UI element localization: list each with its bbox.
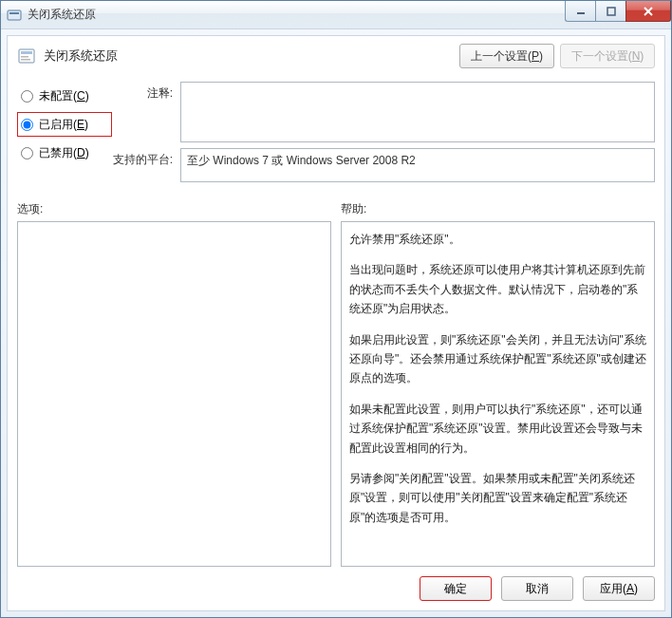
platform-label: 支持的平台: (112, 148, 180, 168)
window-controls (565, 1, 671, 22)
radio-disabled-input[interactable] (21, 147, 33, 159)
next-setting-button[interactable]: 下一个设置(N) (560, 44, 655, 68)
help-box[interactable]: 允许禁用"系统还原"。当出现问题时，系统还原可以使用户将其计算机还原到先前的状态… (341, 221, 655, 567)
radio-disabled-label[interactable]: 已禁用(D) (39, 145, 89, 161)
help-paragraph: 另请参阅"关闭配置"设置。如果禁用或未配置"关闭系统还原"设置，则可以使用"关闭… (349, 469, 646, 527)
close-button[interactable] (625, 1, 671, 22)
options-box[interactable] (17, 221, 331, 567)
maximize-button[interactable] (595, 1, 625, 22)
titlebar: 关闭系统还原 (1, 1, 671, 29)
svg-rect-3 (607, 8, 615, 15)
radio-not-configured-label[interactable]: 未配置(C) (39, 88, 89, 104)
fields-column: 注释: 支持的平台: 至少 Windows 7 或 Windows Server… (112, 82, 655, 188)
radio-enabled-label[interactable]: 已启用(E) (39, 117, 88, 133)
cancel-button[interactable]: 取消 (501, 576, 573, 601)
help-paragraph: 如果启用此设置，则"系统还原"会关闭，并且无法访问"系统还原向导"。还会禁用通过… (349, 330, 646, 388)
comment-input[interactable] (180, 82, 655, 142)
state-radio-group: 未配置(C) 已启用(E) 已禁用(D) (17, 82, 112, 169)
platform-row: 支持的平台: 至少 Windows 7 或 Windows Server 200… (112, 148, 655, 182)
window-title: 关闭系统还原 (28, 7, 96, 23)
apply-button[interactable]: 应用(A) (583, 576, 655, 601)
radio-enabled-input[interactable] (21, 119, 33, 131)
radio-disabled[interactable]: 已禁用(D) (17, 140, 112, 165)
app-icon (7, 8, 22, 23)
radio-enabled[interactable]: 已启用(E) (17, 112, 112, 137)
svg-rect-9 (21, 59, 30, 61)
comment-row: 注释: (112, 82, 655, 142)
policy-icon (17, 47, 36, 66)
platform-value: 至少 Windows 7 或 Windows Server 2008 R2 (180, 148, 655, 182)
options-pane: 选项: (17, 201, 331, 567)
help-pane: 帮助: 允许禁用"系统还原"。当出现问题时，系统还原可以使用户将其计算机还原到先… (341, 201, 655, 567)
help-label: 帮助: (341, 201, 655, 217)
minimize-button[interactable] (565, 1, 595, 22)
dialog-window: 关闭系统还原 关闭系统还原 上一个设置(P) 下一个设置(N) 未配置(C) (0, 0, 672, 618)
lower-panes: 选项: 帮助: 允许禁用"系统还原"。当出现问题时，系统还原可以使用户将其计算机… (17, 201, 655, 567)
previous-setting-button[interactable]: 上一个设置(P) (459, 44, 554, 68)
page-title: 关闭系统还原 (44, 47, 454, 65)
svg-rect-8 (21, 56, 28, 58)
comment-label: 注释: (112, 82, 180, 102)
help-paragraph: 当出现问题时，系统还原可以使用户将其计算机还原到先前的状态而不丢失个人数据文件。… (349, 260, 646, 318)
content-area: 关闭系统还原 上一个设置(P) 下一个设置(N) 未配置(C) 已启用(E) 已… (7, 35, 665, 611)
header-row: 关闭系统还原 上一个设置(P) 下一个设置(N) (17, 44, 655, 68)
radio-not-configured-input[interactable] (21, 90, 33, 103)
dialog-footer: 确定 取消 应用(A) (17, 567, 655, 601)
svg-rect-1 (9, 12, 19, 14)
config-area: 未配置(C) 已启用(E) 已禁用(D) 注释: 支持的平台: (17, 82, 655, 188)
help-paragraph: 允许禁用"系统还原"。 (349, 230, 646, 249)
svg-rect-0 (8, 10, 21, 20)
help-paragraph: 如果未配置此设置，则用户可以执行"系统还原"，还可以通过系统保护配置"系统还原"… (349, 400, 646, 458)
radio-not-configured[interactable]: 未配置(C) (17, 84, 112, 108)
svg-rect-7 (21, 51, 32, 54)
ok-button[interactable]: 确定 (420, 576, 492, 601)
options-label: 选项: (17, 201, 331, 217)
